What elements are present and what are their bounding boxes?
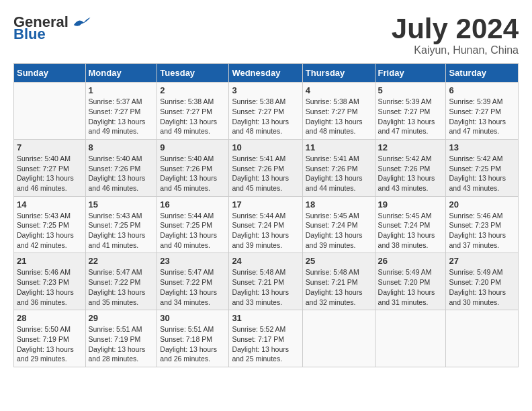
day-number: 13 [449, 142, 515, 152]
calendar-cell: 8Sunrise: 5:40 AM Sunset: 7:26 PM Daylig… [85, 139, 157, 196]
day-info: Sunrise: 5:46 AM Sunset: 7:23 PM Dayligh… [449, 211, 515, 250]
header-cell-sunday: Sunday [14, 64, 86, 83]
calendar-cell: 9Sunrise: 5:40 AM Sunset: 7:26 PM Daylig… [157, 139, 229, 196]
day-number: 2 [160, 85, 226, 95]
day-info: Sunrise: 5:40 AM Sunset: 7:26 PM Dayligh… [160, 154, 226, 193]
calendar-cell: 21Sunrise: 5:46 AM Sunset: 7:23 PM Dayli… [14, 253, 86, 310]
day-number: 25 [306, 256, 372, 266]
calendar-cell: 26Sunrise: 5:49 AM Sunset: 7:20 PM Dayli… [375, 253, 446, 310]
day-number: 30 [160, 313, 226, 323]
calendar-cell: 30Sunrise: 5:51 AM Sunset: 7:18 PM Dayli… [157, 310, 229, 367]
calendar-table: SundayMondayTuesdayWednesdayThursdayFrid… [13, 63, 519, 367]
calendar-cell: 7Sunrise: 5:40 AM Sunset: 7:27 PM Daylig… [14, 139, 86, 196]
calendar-cell: 4Sunrise: 5:38 AM Sunset: 7:27 PM Daylig… [302, 83, 375, 140]
day-number: 31 [232, 313, 299, 323]
day-number: 3 [232, 85, 299, 95]
day-number: 21 [17, 256, 83, 266]
day-info: Sunrise: 5:44 AM Sunset: 7:25 PM Dayligh… [160, 211, 226, 250]
day-number: 19 [378, 199, 443, 210]
header-cell-saturday: Saturday [446, 64, 519, 83]
day-info: Sunrise: 5:48 AM Sunset: 7:21 PM Dayligh… [232, 267, 299, 307]
day-info: Sunrise: 5:45 AM Sunset: 7:24 PM Dayligh… [378, 211, 443, 250]
day-number: 5 [378, 85, 443, 95]
day-number: 6 [449, 85, 515, 95]
logo-bird-icon [71, 14, 91, 31]
day-info: Sunrise: 5:41 AM Sunset: 7:26 PM Dayligh… [306, 154, 372, 193]
day-info: Sunrise: 5:37 AM Sunset: 7:27 PM Dayligh… [89, 97, 154, 136]
week-row-2: 14Sunrise: 5:43 AM Sunset: 7:25 PM Dayli… [14, 196, 519, 253]
day-number: 14 [17, 199, 83, 210]
day-info: Sunrise: 5:48 AM Sunset: 7:21 PM Dayligh… [306, 267, 372, 307]
day-info: Sunrise: 5:51 AM Sunset: 7:18 PM Dayligh… [160, 324, 226, 364]
day-info: Sunrise: 5:39 AM Sunset: 7:27 PM Dayligh… [378, 97, 443, 136]
week-row-4: 28Sunrise: 5:50 AM Sunset: 7:19 PM Dayli… [14, 310, 519, 367]
calendar-cell: 2Sunrise: 5:38 AM Sunset: 7:27 PM Daylig… [157, 83, 229, 140]
day-number: 24 [232, 256, 299, 266]
calendar-cell: 17Sunrise: 5:44 AM Sunset: 7:24 PM Dayli… [229, 196, 302, 253]
location: Kaiyun, Hunan, China [392, 44, 519, 56]
calendar-cell: 3Sunrise: 5:38 AM Sunset: 7:27 PM Daylig… [229, 83, 302, 140]
day-number: 16 [160, 199, 226, 210]
calendar-cell: 18Sunrise: 5:45 AM Sunset: 7:24 PM Dayli… [302, 196, 375, 253]
calendar-cell [302, 310, 375, 367]
header-cell-thursday: Thursday [302, 64, 375, 83]
calendar-cell: 27Sunrise: 5:49 AM Sunset: 7:20 PM Dayli… [446, 253, 519, 310]
day-number: 9 [160, 142, 226, 152]
calendar-cell: 13Sunrise: 5:42 AM Sunset: 7:25 PM Dayli… [446, 139, 519, 196]
calendar-cell: 14Sunrise: 5:43 AM Sunset: 7:25 PM Dayli… [14, 196, 86, 253]
day-number: 26 [378, 256, 443, 266]
week-row-3: 21Sunrise: 5:46 AM Sunset: 7:23 PM Dayli… [14, 253, 519, 310]
logo: General Blue [13, 13, 91, 43]
day-info: Sunrise: 5:51 AM Sunset: 7:19 PM Dayligh… [89, 324, 154, 364]
day-number: 15 [89, 199, 154, 210]
day-info: Sunrise: 5:49 AM Sunset: 7:20 PM Dayligh… [449, 267, 515, 307]
day-number: 17 [232, 199, 299, 210]
day-number: 12 [378, 142, 443, 152]
day-number: 11 [306, 142, 372, 152]
day-number: 8 [89, 142, 154, 152]
day-info: Sunrise: 5:41 AM Sunset: 7:26 PM Dayligh… [232, 154, 299, 193]
day-info: Sunrise: 5:50 AM Sunset: 7:19 PM Dayligh… [17, 324, 83, 364]
calendar-cell: 16Sunrise: 5:44 AM Sunset: 7:25 PM Dayli… [157, 196, 229, 253]
day-info: Sunrise: 5:40 AM Sunset: 7:27 PM Dayligh… [17, 154, 83, 193]
day-info: Sunrise: 5:40 AM Sunset: 7:26 PM Dayligh… [89, 154, 154, 193]
calendar-cell: 5Sunrise: 5:39 AM Sunset: 7:27 PM Daylig… [375, 83, 446, 140]
calendar-cell: 31Sunrise: 5:52 AM Sunset: 7:17 PM Dayli… [229, 310, 302, 367]
day-info: Sunrise: 5:47 AM Sunset: 7:22 PM Dayligh… [89, 267, 154, 307]
day-info: Sunrise: 5:42 AM Sunset: 7:25 PM Dayligh… [449, 154, 515, 193]
calendar-cell: 28Sunrise: 5:50 AM Sunset: 7:19 PM Dayli… [14, 310, 86, 367]
calendar-cell: 10Sunrise: 5:41 AM Sunset: 7:26 PM Dayli… [229, 139, 302, 196]
day-number: 29 [89, 313, 154, 323]
calendar-cell: 12Sunrise: 5:42 AM Sunset: 7:26 PM Dayli… [375, 139, 446, 196]
day-info: Sunrise: 5:46 AM Sunset: 7:23 PM Dayligh… [17, 267, 83, 307]
header-cell-friday: Friday [375, 64, 446, 83]
day-info: Sunrise: 5:47 AM Sunset: 7:22 PM Dayligh… [160, 267, 226, 307]
calendar-cell: 11Sunrise: 5:41 AM Sunset: 7:26 PM Dayli… [302, 139, 375, 196]
page-header: General Blue July 2024 Kaiyun, Hunan, Ch… [13, 13, 519, 56]
calendar-cell: 22Sunrise: 5:47 AM Sunset: 7:22 PM Dayli… [85, 253, 157, 310]
calendar-cell [446, 310, 519, 367]
header-cell-tuesday: Tuesday [157, 64, 229, 83]
day-number: 4 [306, 85, 372, 95]
day-number: 18 [306, 199, 372, 210]
day-number: 10 [232, 142, 299, 152]
day-info: Sunrise: 5:42 AM Sunset: 7:26 PM Dayligh… [378, 154, 443, 193]
calendar-cell: 15Sunrise: 5:43 AM Sunset: 7:25 PM Dayli… [85, 196, 157, 253]
day-info: Sunrise: 5:52 AM Sunset: 7:17 PM Dayligh… [232, 324, 299, 364]
day-info: Sunrise: 5:45 AM Sunset: 7:24 PM Dayligh… [306, 211, 372, 250]
day-info: Sunrise: 5:38 AM Sunset: 7:27 PM Dayligh… [306, 97, 372, 136]
calendar-cell: 6Sunrise: 5:39 AM Sunset: 7:27 PM Daylig… [446, 83, 519, 140]
day-info: Sunrise: 5:49 AM Sunset: 7:20 PM Dayligh… [378, 267, 443, 307]
calendar-cell: 23Sunrise: 5:47 AM Sunset: 7:22 PM Dayli… [157, 253, 229, 310]
calendar-cell: 20Sunrise: 5:46 AM Sunset: 7:23 PM Dayli… [446, 196, 519, 253]
day-number: 27 [449, 256, 515, 266]
day-info: Sunrise: 5:43 AM Sunset: 7:25 PM Dayligh… [89, 211, 154, 250]
day-info: Sunrise: 5:39 AM Sunset: 7:27 PM Dayligh… [449, 97, 515, 136]
day-info: Sunrise: 5:44 AM Sunset: 7:24 PM Dayligh… [232, 211, 299, 250]
day-number: 1 [89, 85, 154, 95]
day-info: Sunrise: 5:43 AM Sunset: 7:25 PM Dayligh… [17, 211, 83, 250]
day-info: Sunrise: 5:38 AM Sunset: 7:27 PM Dayligh… [232, 97, 299, 136]
title-block: July 2024 Kaiyun, Hunan, China [392, 13, 519, 56]
calendar-cell: 24Sunrise: 5:48 AM Sunset: 7:21 PM Dayli… [229, 253, 302, 310]
day-info: Sunrise: 5:38 AM Sunset: 7:27 PM Dayligh… [160, 97, 226, 136]
